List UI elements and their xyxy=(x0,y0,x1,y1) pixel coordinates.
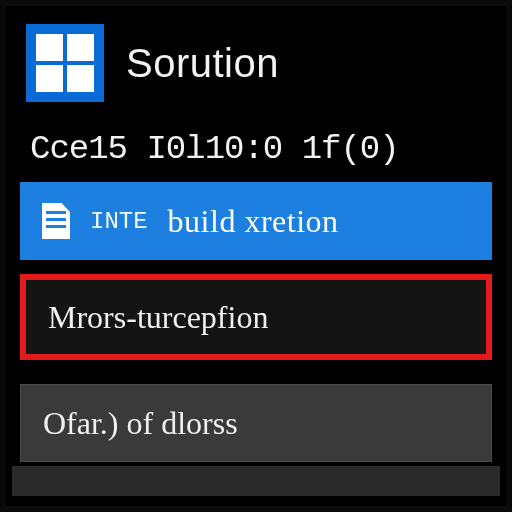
window-title: Sorution xyxy=(126,41,279,86)
item-build[interactable]: INTE build xretion xyxy=(20,182,492,260)
document-icon xyxy=(42,203,70,239)
windows-icon[interactable] xyxy=(26,24,104,102)
status-line: Cce15 I0l10:0 1f(0) xyxy=(6,122,506,182)
item-other[interactable]: Ofar.) of dlorss xyxy=(20,384,492,462)
item-errors[interactable]: Mrors-turcepfion xyxy=(20,274,492,360)
other-label: Ofar.) of dlorss xyxy=(43,405,238,442)
errors-label: Mrors-turcepfion xyxy=(48,299,268,336)
build-label: build xretion xyxy=(168,203,339,240)
header: Sorution xyxy=(6,6,506,122)
build-keyword: INTE xyxy=(90,208,148,235)
bottom-edge xyxy=(12,466,500,496)
app-window: Sorution Cce15 I0l10:0 1f(0) INTE build … xyxy=(0,0,512,512)
